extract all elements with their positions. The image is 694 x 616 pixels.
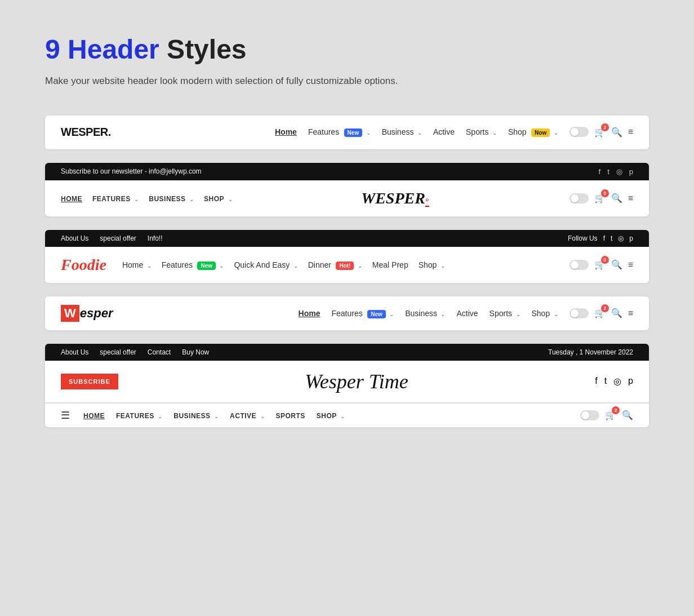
menu-icon-h4[interactable]: ≡ xyxy=(628,308,633,318)
nav-item-business-h1[interactable]: Business ⌄ xyxy=(382,127,422,137)
nav-link-features-h1[interactable]: Features xyxy=(308,127,339,136)
pinterest-icon-h5[interactable]: p xyxy=(628,376,633,387)
nav-item-dinner-h3[interactable]: Dinner Hot! ⌄ xyxy=(308,260,362,270)
nav-item-sports-h5[interactable]: SPORTS xyxy=(276,410,305,420)
nav-item-home-h5[interactable]: HOME xyxy=(83,410,105,420)
nav-item-home-h1[interactable]: Home xyxy=(275,127,297,137)
cart-icon-h3[interactable]: 🛒 0 xyxy=(594,259,606,270)
twitter-icon-h3[interactable]: t xyxy=(611,234,612,242)
nav-link-business-h5[interactable]: BUSINESS xyxy=(174,412,210,420)
subscribe-button-h5[interactable]: SUBSCRIBE xyxy=(61,374,118,389)
nav-link-shop-h3[interactable]: Shop xyxy=(419,260,437,269)
cart-badge-h2: 0 xyxy=(601,189,609,197)
nav-link-features-h5[interactable]: FEATURES xyxy=(116,412,154,420)
search-icon-h4[interactable]: 🔍 xyxy=(611,308,622,318)
nav-link-active-h5[interactable]: ACTIVE xyxy=(230,412,256,420)
nav-link-shop-h1[interactable]: Shop xyxy=(508,127,527,136)
nav-item-business-h2[interactable]: BUSINESS ⌄ xyxy=(149,193,194,203)
nav-item-home-h2[interactable]: HOME xyxy=(61,193,82,203)
nav-link-dinner-h3[interactable]: Dinner xyxy=(308,260,331,269)
nav-item-business-h4[interactable]: Business ⌄ xyxy=(405,308,445,318)
nav-link-home-h4[interactable]: Home xyxy=(299,309,321,318)
nav-item-mealprep-h3[interactable]: Meal Prep xyxy=(372,260,408,270)
nav-link-features-h2[interactable]: FEATURES xyxy=(92,195,131,203)
nav-item-shop-h3[interactable]: Shop ⌄ xyxy=(419,260,445,270)
nav-item-home-h4[interactable]: Home xyxy=(299,308,321,318)
nav-link-sports-h5[interactable]: SPORTS xyxy=(276,412,305,420)
badge-new-green-h3: New xyxy=(197,262,216,270)
instagram-icon-h2[interactable]: ◎ xyxy=(616,167,622,176)
nav-link-mealprep-h3[interactable]: Meal Prep xyxy=(372,260,408,269)
header-card-2: Subscribe to our newsletter - info@jelly… xyxy=(45,163,649,216)
nav-link-shop-h4[interactable]: Shop xyxy=(532,309,550,318)
cart-icon-h5[interactable]: 🛒 2 xyxy=(605,410,616,420)
nav-item-home-h3[interactable]: Home ⌄ xyxy=(122,260,152,270)
pinterest-icon-h3[interactable]: p xyxy=(629,234,633,242)
nav-item-active-h5[interactable]: ACTIVE ⌄ xyxy=(230,410,264,420)
search-icon-h2[interactable]: 🔍 xyxy=(611,193,622,203)
dark-mode-toggle-h5[interactable] xyxy=(580,410,599,420)
twitter-icon-h5[interactable]: t xyxy=(604,376,607,387)
nav-item-shop-h5[interactable]: SHOP ⌄ xyxy=(317,410,345,420)
header-2-main: HOME FEATURES ⌄ BUSINESS ⌄ SHOP ⌄ WESPER… xyxy=(45,180,649,216)
menu-icon-h1[interactable]: ≡ xyxy=(628,127,633,137)
nav-link-home-h2[interactable]: HOME xyxy=(61,195,82,203)
cart-icon-h1[interactable]: 🛒 2 xyxy=(594,127,606,138)
nav-link-home-h1[interactable]: Home xyxy=(275,127,297,136)
cart-icon-h2[interactable]: 🛒 0 xyxy=(594,193,606,203)
nav-item-sports-h4[interactable]: Sports ⌄ xyxy=(490,308,520,318)
dark-mode-toggle-h4[interactable] xyxy=(570,308,589,318)
search-icon-h3[interactable]: 🔍 xyxy=(611,259,622,270)
chevron-features-h5: ⌄ xyxy=(158,413,162,419)
nav-item-features-h3[interactable]: Features New ⌄ xyxy=(162,260,224,270)
nav-item-business-h5[interactable]: BUSINESS ⌄ xyxy=(174,410,219,420)
nav-item-active-h4[interactable]: Active xyxy=(456,308,478,318)
nav-item-features-h2[interactable]: FEATURES ⌄ xyxy=(92,193,139,203)
pinterest-icon-h2[interactable]: p xyxy=(629,167,633,176)
dark-mode-toggle-h3[interactable] xyxy=(570,260,589,270)
nav-link-shop-h5[interactable]: SHOP xyxy=(317,412,337,420)
nav-item-features-h5[interactable]: FEATURES ⌄ xyxy=(116,410,162,420)
nav-link-sports-h1[interactable]: Sports xyxy=(466,127,488,136)
search-icon-h1[interactable]: 🔍 xyxy=(611,127,622,138)
nav-link-active-h4[interactable]: Active xyxy=(456,309,478,318)
dark-mode-toggle-h1[interactable] xyxy=(570,127,589,137)
nav-item-shop-h1[interactable]: Shop Now ⌄ xyxy=(508,127,558,137)
nav-item-quickeasy-h3[interactable]: Quick And Easy ⌄ xyxy=(234,260,297,270)
header-3-topbar-left: About Us special offer Info!! xyxy=(61,234,163,242)
nav-item-shop-h2[interactable]: SHOP ⌄ xyxy=(204,193,232,203)
nav-link-business-h2[interactable]: BUSINESS xyxy=(149,195,185,203)
twitter-icon-h2[interactable]: t xyxy=(607,167,610,176)
facebook-icon-h3[interactable]: f xyxy=(603,234,605,242)
nav-item-shop-h4[interactable]: Shop ⌄ xyxy=(532,308,558,318)
topbar-buynow-h5[interactable]: Buy Now xyxy=(182,348,209,356)
nav-item-active-h1[interactable]: Active xyxy=(433,127,455,137)
nav-link-home-h5[interactable]: HOME xyxy=(83,412,105,420)
menu-icon-h3[interactable]: ≡ xyxy=(628,260,633,270)
nav-link-quickeasy-h3[interactable]: Quick And Easy xyxy=(234,260,290,269)
cart-icon-h4[interactable]: 🛒 2 xyxy=(594,308,606,318)
facebook-icon-h2[interactable]: f xyxy=(599,167,601,176)
nav-link-features-h4[interactable]: Features xyxy=(331,309,362,318)
menu-icon-h2[interactable]: ≡ xyxy=(628,193,633,203)
nav-item-sports-h1[interactable]: Sports ⌄ xyxy=(466,127,497,137)
dark-mode-toggle-h2[interactable] xyxy=(570,193,589,203)
nav-link-active-h1[interactable]: Active xyxy=(433,127,455,136)
chevron-business-h2: ⌄ xyxy=(189,196,194,202)
instagram-icon-h3[interactable]: ◎ xyxy=(618,234,624,242)
instagram-icon-h5[interactable]: ◎ xyxy=(613,376,621,387)
header-1-nav: WESPER. Home Features New ⌄ Business ⌄ A… xyxy=(45,116,649,149)
badge-hot-h3: Hot! xyxy=(336,262,354,270)
facebook-icon-h5[interactable]: f xyxy=(595,376,597,387)
nav-link-home-h3[interactable]: Home xyxy=(122,260,143,269)
nav-link-sports-h4[interactable]: Sports xyxy=(490,309,512,318)
search-icon-h5[interactable]: 🔍 xyxy=(622,410,633,420)
header-card-5: About Us special offer Contact Buy Now T… xyxy=(45,344,649,427)
hamburger-icon-h5[interactable]: ☰ xyxy=(61,409,70,422)
nav-link-business-h1[interactable]: Business xyxy=(382,127,414,136)
nav-link-features-h3[interactable]: Features xyxy=(162,260,193,269)
nav-link-business-h4[interactable]: Business xyxy=(405,309,437,318)
nav-item-features-h4[interactable]: Features New ⌄ xyxy=(331,308,394,318)
nav-link-shop-h2[interactable]: SHOP xyxy=(204,195,224,203)
nav-item-features-h1[interactable]: Features New ⌄ xyxy=(308,127,371,137)
